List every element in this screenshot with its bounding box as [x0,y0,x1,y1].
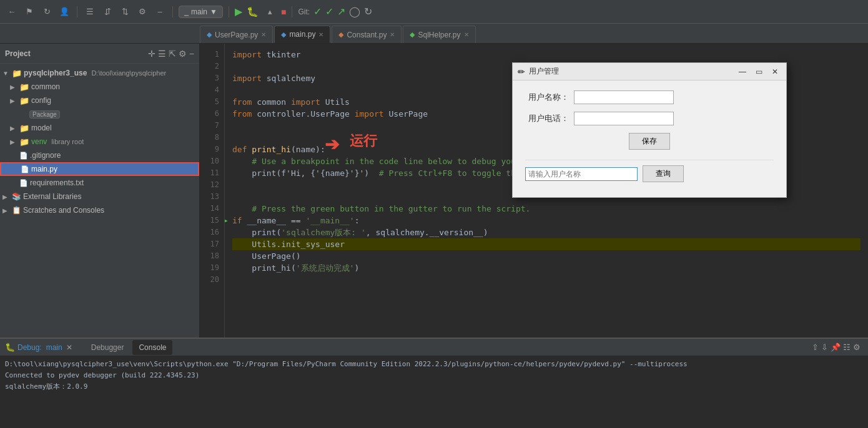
toolbar-close-btn[interactable]: – [153,5,167,19]
ext-icon-scratches: 📋 [12,206,21,215]
debug-run-icon: 🐛 [5,343,15,352]
git-arrow-icon: ↗ [337,6,345,17]
dialog-title-text: 用户管理 [529,66,732,77]
code-line-14: # Press the green button in the gutter t… [232,203,861,215]
toolbar-back-btn[interactable]: ← [5,5,19,19]
toolbar-align1-btn[interactable]: ☰ [83,5,97,19]
console-scroll-down-icon[interactable]: ⇩ [821,343,828,352]
tree-item-gitignore[interactable]: 📄 .gitignore [0,148,199,162]
tree-label-extlibs: External Libraries [23,192,81,201]
code-line-17: Utils.init_sys_user [232,238,861,250]
folder-icon-model: 📁 [19,124,29,133]
sidebar-header: Project ✛ ☰ ⇱ ⚙ − [0,44,199,64]
toolbar-align3-btn[interactable]: ⇅ [118,5,132,19]
dialog-maximize-btn[interactable]: ▭ [752,66,765,78]
sidebar-list-icon[interactable]: ☰ [158,49,166,59]
toolbar-add-btn[interactable]: 👤 [57,5,71,19]
tree-label-requirements: requirements.txt [30,178,84,187]
debug-close-icon[interactable]: ✕ [66,343,72,352]
tree-label-config: config [31,96,51,105]
console-settings-icon[interactable]: ⚙ [853,343,861,352]
tree-arrow-venv: ▶ [10,139,17,145]
editor-area: ➔ 运行 12345 678910 1112131415 1617181920 … [200,44,868,338]
stop-btn[interactable]: ■ [281,7,286,17]
tree-item-package[interactable]: Package [0,107,199,121]
sep3 [229,6,229,17]
tab-UserPage[interactable]: ◆ UserPage.py ✕ [200,26,273,43]
ext-icon-extlibs: 📚 [12,192,21,201]
tree-label-venv: venv [31,137,47,146]
dialog-query-btn[interactable]: 查询 [643,165,684,182]
dialog-save-btn[interactable]: 保存 [629,133,670,150]
sidebar-add-icon[interactable]: ✛ [148,49,155,59]
console-line-2: Connected to pydev debugger (build 222.4… [5,370,863,381]
file-icon-mainpy: 📄 [21,165,29,173]
toolbar-refresh-btn[interactable]: ↻ [40,5,54,19]
toolbar-settings-btn[interactable]: ⚙ [136,5,149,19]
tab-Constant[interactable]: ◆ Constant.py ✕ [332,26,402,43]
tree-area: ▼ 📁 pysqlcipher3_use D:\tool\xiang\pysql… [0,64,199,338]
tree-item-mainpy[interactable]: 📄 main.py [0,162,199,176]
coverage-btn[interactable]: ▴ [264,5,277,19]
tree-item-config[interactable]: ▶ 📁 config [0,94,199,107]
git-check-icon: ✓ [313,6,322,17]
tab-console[interactable]: Console [132,340,172,355]
tab-main[interactable]: ◆ main.py ✕ [274,26,330,43]
tab-icon-SqlHelper: ◆ [410,31,415,39]
console-pin-icon[interactable]: 📌 [831,343,841,352]
line-numbers: 12345 678910 1112131415 1617181920 [200,44,225,338]
dialog-name-input[interactable] [574,90,674,104]
code-line-15: ▶if __name__ == '__main__': [232,215,861,226]
code-line-18: UserPage() [232,250,861,262]
dialog-phone-input[interactable] [574,112,674,125]
tree-label-model: model [31,124,52,132]
git-label: Git: [298,7,310,16]
user-management-dialog[interactable]: ✏ 用户管理 — ▭ ✕ 用户名称： 用户电话： [512,62,787,198]
branch-selector[interactable]: ⎯ main ▼ [179,6,223,18]
run-btn[interactable]: ▶ [235,6,242,17]
tree-item-venv[interactable]: ▶ 📁 venv library root [0,135,199,148]
git-undo-icon: ↻ [364,6,372,17]
tree-arrow-requirements [10,180,17,187]
tab-close-main[interactable]: ✕ [318,31,323,38]
dialog-search-row: 查询 [525,160,774,187]
console-filter-icon[interactable]: ☷ [843,343,851,352]
tree-arrow-root: ▼ [2,70,10,77]
toolbar-align2-btn[interactable]: ⇵ [101,5,114,19]
dialog-search-input[interactable] [525,167,638,181]
sidebar-expand-icon[interactable]: ⇱ [169,49,176,59]
top-toolbar: ← ⚑ ↻ 👤 ☰ ⇵ ⇅ ⚙ – ⎯ main ▼ ▶ 🐛 ▴ ■ Git: … [0,0,868,24]
tree-item-requirements[interactable]: 📄 requirements.txt [0,176,199,190]
tab-close-Constant[interactable]: ✕ [390,31,395,38]
tab-label-Constant: Constant.py [347,31,387,39]
dialog-name-label: 用户名称： [525,92,569,103]
tree-arrow-config: ▶ [10,97,17,104]
dialog-save-row: 保存 [525,133,774,150]
sidebar-minimize-icon[interactable]: − [189,49,194,59]
tab-debugger[interactable]: Debugger [85,340,131,355]
toolbar-bookmark-btn[interactable]: ⚑ [22,5,36,19]
tab-close-UserPage[interactable]: ✕ [261,31,266,38]
tree-item-root[interactable]: ▼ 📁 pysqlcipher3_use D:\tool\xiang\pysql… [0,66,199,80]
dialog-phone-row: 用户电话： [525,112,774,125]
debug-btn[interactable]: 🐛 [246,5,260,19]
tree-arrow-extlibs: ▶ [2,193,10,200]
tree-item-scratches[interactable]: ▶ 📋 Scratches and Consoles [0,203,199,217]
console-scroll-up-icon[interactable]: ⇧ [812,343,819,352]
sidebar-settings-icon[interactable]: ⚙ [179,49,187,59]
sep1 [77,6,77,17]
tree-item-model[interactable]: ▶ 📁 model [0,121,199,135]
dialog-titlebar: ✏ 用户管理 — ▭ ✕ [513,63,786,80]
dialog-minimize-btn[interactable]: — [736,66,749,78]
tab-label-main: main.py [289,30,315,39]
tab-close-SqlHelper[interactable]: ✕ [464,31,469,38]
console-content: D:\tool\xiang\pysqlcipher3_use\venv\Scri… [0,356,868,428]
tab-icon-main: ◆ [281,31,286,39]
code-line-20 [232,274,861,286]
folder-icon-config: 📁 [19,96,29,105]
tree-item-extlibs[interactable]: ▶ 📚 External Libraries [0,190,199,203]
tab-SqlHelper[interactable]: ◆ SqlHelper.py ✕ [403,26,475,43]
dialog-close-btn[interactable]: ✕ [769,66,781,78]
tab-icon-UserPage: ◆ [207,31,212,39]
tree-item-common[interactable]: ▶ 📁 common [0,80,199,94]
